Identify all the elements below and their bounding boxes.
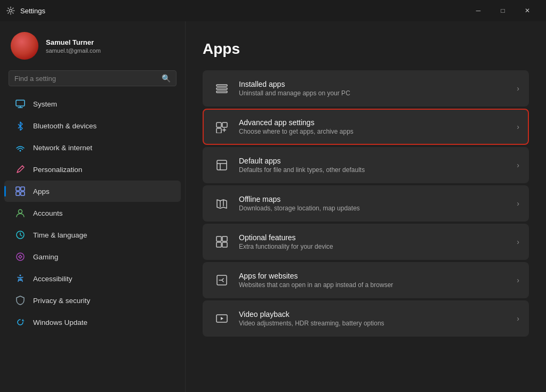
search-container: 🔍 (0, 68, 185, 93)
video-playback-chevron: › (517, 314, 519, 323)
sidebar-item-system[interactable]: System (4, 93, 181, 115)
installed-apps-title: Installed apps (239, 80, 517, 88)
svg-rect-21 (216, 91, 227, 93)
advanced-app-settings-title: Advanced app settings (239, 118, 517, 127)
offline-maps-title: Offline maps (239, 195, 517, 203)
windows-update-icon (15, 317, 26, 328)
search-icon: 🔍 (162, 74, 171, 83)
settings-list: Installed apps Uninstall and manage apps… (203, 70, 529, 337)
network-icon (15, 142, 26, 153)
settings-item-default-apps[interactable]: Default apps Defaults for file and link … (203, 147, 529, 183)
offline-maps-chevron: › (517, 199, 519, 208)
offline-maps-icon (212, 194, 231, 213)
settings-app-icon (6, 6, 15, 15)
title-bar-title: Settings (20, 7, 45, 15)
offline-maps-text: Offline maps Downloads, storage location… (239, 195, 517, 212)
apps-for-websites-icon (212, 271, 231, 290)
sidebar-item-accounts[interactable]: Accounts (4, 202, 181, 224)
accessibility-icon (15, 273, 26, 284)
optional-features-desc: Extra functionality for your device (239, 243, 517, 250)
video-playback-text: Video playback Video adjustments, HDR st… (239, 310, 517, 327)
optional-features-text: Optional features Extra functionality fo… (239, 233, 517, 250)
search-box[interactable]: 🔍 (9, 70, 176, 86)
user-profile[interactable]: Samuel Turner samuel.t@gmail.com (0, 21, 185, 68)
settings-item-apps-for-websites[interactable]: Apps for websites Websites that can open… (203, 262, 529, 298)
sidebar-item-personalization-label: Personalization (33, 166, 82, 174)
settings-item-installed-apps[interactable]: Installed apps Uninstall and manage apps… (203, 70, 529, 107)
sidebar-item-personalization[interactable]: Personalization (4, 159, 181, 180)
accounts-icon (15, 208, 26, 218)
svg-line-17 (19, 257, 20, 258)
sidebar-item-time-label: Time & language (33, 231, 87, 239)
sidebar-nav: System Bluetooth & devices (0, 93, 185, 333)
svg-rect-9 (16, 192, 20, 195)
svg-rect-8 (21, 187, 25, 191)
sidebar: Samuel Turner samuel.t@gmail.com 🔍 (0, 21, 186, 392)
page-title: Apps (203, 40, 529, 58)
maximize-button[interactable]: □ (491, 0, 515, 21)
apps-for-websites-desc: Websites that can open in an app instead… (239, 281, 517, 289)
sidebar-item-bluetooth-label: Bluetooth & devices (33, 122, 97, 130)
settings-item-offline-maps[interactable]: Offline maps Downloads, storage location… (203, 185, 529, 222)
sidebar-item-network[interactable]: Network & internet (4, 137, 181, 158)
svg-rect-7 (16, 187, 20, 191)
settings-item-video-playback[interactable]: Video playback Video adjustments, HDR st… (203, 300, 529, 337)
sidebar-item-apps-label: Apps (33, 187, 50, 195)
settings-item-advanced-app-settings[interactable]: Advanced app settings Choose where to ge… (203, 109, 529, 145)
default-apps-text: Default apps Defaults for file and link … (239, 157, 517, 174)
video-playback-icon (212, 309, 231, 328)
sidebar-item-accessibility[interactable]: Accessibility (4, 268, 181, 289)
sidebar-item-gaming-label: Gaming (33, 253, 58, 261)
window-controls: ─ □ ✕ (466, 0, 540, 21)
installed-apps-text: Installed apps Uninstall and manage apps… (239, 80, 517, 97)
svg-point-18 (20, 275, 21, 276)
default-apps-chevron: › (517, 161, 519, 169)
search-input[interactable] (14, 75, 157, 83)
svg-point-11 (19, 210, 22, 214)
sidebar-item-gaming[interactable]: Gaming (4, 246, 181, 267)
svg-rect-1 (16, 100, 25, 106)
svg-rect-31 (222, 242, 227, 247)
sidebar-item-network-label: Network & internet (33, 144, 92, 152)
installed-apps-icon (212, 79, 231, 98)
sidebar-item-apps[interactable]: Apps (4, 181, 181, 202)
user-email: samuel.t@gmail.com (46, 47, 101, 54)
sidebar-item-time[interactable]: Time & language (4, 224, 181, 246)
main-content: Apps Installed apps Uninstall and manage… (186, 21, 546, 392)
installed-apps-chevron: › (517, 84, 519, 93)
close-button[interactable]: ✕ (515, 0, 540, 21)
user-info: Samuel Turner samuel.t@gmail.com (46, 38, 101, 54)
svg-point-13 (17, 253, 24, 260)
advanced-app-settings-icon (212, 117, 231, 136)
svg-rect-19 (216, 85, 227, 86)
svg-rect-25 (217, 160, 227, 170)
installed-apps-desc: Uninstall and manage apps on your PC (239, 89, 517, 97)
svg-point-6 (20, 150, 21, 152)
apps-for-websites-title: Apps for websites (239, 272, 517, 280)
svg-point-0 (10, 10, 12, 12)
svg-rect-30 (216, 242, 221, 247)
sidebar-item-privacy-label: Privacy & security (33, 297, 90, 305)
avatar (11, 32, 38, 60)
svg-rect-28 (216, 236, 221, 241)
sidebar-item-bluetooth[interactable]: Bluetooth & devices (4, 115, 181, 136)
advanced-app-settings-desc: Choose where to get apps, archive apps (239, 128, 517, 135)
video-playback-desc: Video adjustments, HDR streaming, batter… (239, 320, 517, 327)
sidebar-item-accounts-label: Accounts (33, 209, 63, 217)
gaming-icon (15, 251, 26, 262)
sidebar-item-accessibility-label: Accessibility (33, 275, 73, 283)
minimize-button[interactable]: ─ (466, 0, 491, 21)
svg-rect-23 (222, 123, 227, 127)
user-name: Samuel Turner (46, 38, 101, 46)
personalization-icon (15, 164, 26, 175)
sidebar-item-system-label: System (33, 100, 57, 108)
sidebar-item-windows-update[interactable]: Windows Update (4, 312, 181, 333)
settings-item-optional-features[interactable]: Optional features Extra functionality fo… (203, 224, 529, 260)
svg-rect-10 (21, 192, 25, 195)
system-icon (15, 99, 26, 109)
sidebar-item-privacy[interactable]: Privacy & security (4, 290, 181, 311)
title-bar: Settings ─ □ ✕ (0, 0, 546, 21)
app-container: Samuel Turner samuel.t@gmail.com 🔍 (0, 21, 546, 392)
apps-for-websites-text: Apps for websites Websites that can open… (239, 272, 517, 289)
advanced-app-settings-chevron: › (517, 123, 519, 131)
